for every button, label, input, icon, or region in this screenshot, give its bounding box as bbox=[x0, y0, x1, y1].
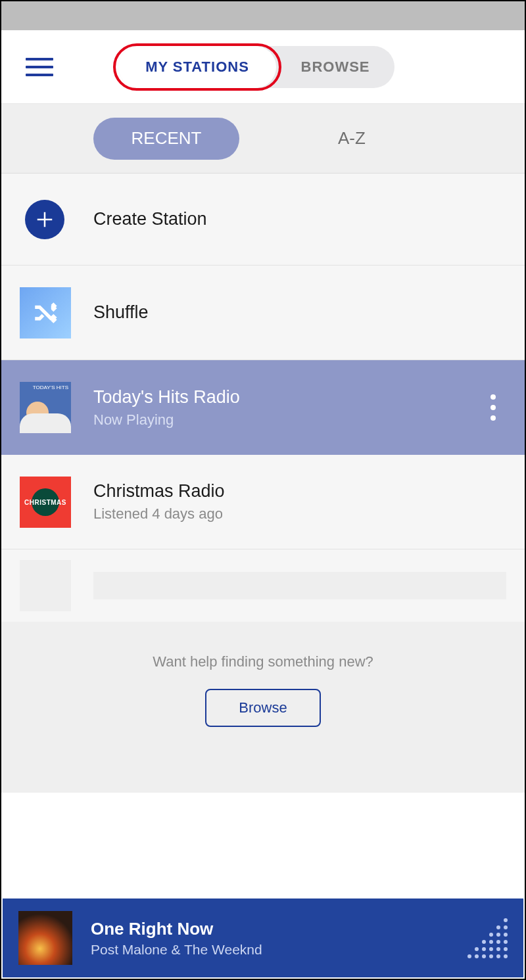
plus-icon bbox=[25, 200, 64, 239]
create-station-row[interactable]: Create Station bbox=[1, 174, 525, 266]
top-tabs: MY STATIONS BROWSE bbox=[118, 46, 394, 88]
station-row-christmas[interactable]: CHRISTMAS Christmas Radio Listened 4 day… bbox=[1, 455, 525, 549]
tab-my-stations[interactable]: MY STATIONS bbox=[118, 46, 276, 88]
loading-placeholder-row bbox=[1, 549, 525, 622]
create-station-label: Create Station bbox=[93, 209, 207, 229]
status-bar bbox=[1, 1, 525, 30]
browse-button[interactable]: Browse bbox=[205, 689, 321, 727]
help-prompt: Want help finding something new? bbox=[1, 653, 525, 670]
now-playing-title: One Right Now bbox=[91, 919, 262, 939]
more-icon[interactable] bbox=[480, 394, 506, 421]
station-subtitle: Now Playing bbox=[93, 411, 240, 429]
tab-browse[interactable]: BROWSE bbox=[276, 46, 394, 88]
station-text: Christmas Radio Listened 4 days ago bbox=[93, 481, 225, 523]
placeholder-thumb bbox=[20, 560, 71, 611]
now-playing-artwork bbox=[18, 911, 72, 965]
menu-icon[interactable] bbox=[20, 47, 59, 87]
station-text: Today's Hits Radio Now Playing bbox=[93, 387, 240, 429]
artwork-badge: CHRISTMAS bbox=[20, 499, 71, 506]
now-playing-text: One Right Now Post Malone & The Weeknd bbox=[91, 919, 262, 958]
artwork-badge: TODAY'S HITS bbox=[33, 385, 68, 390]
station-title: Christmas Radio bbox=[93, 481, 225, 502]
sort-recent[interactable]: RECENT bbox=[93, 118, 239, 160]
app-frame: MY STATIONS BROWSE RECENT A-Z Create Sta… bbox=[0, 0, 526, 980]
station-artwork: TODAY'S HITS bbox=[20, 382, 71, 433]
station-subtitle: Listened 4 days ago bbox=[93, 505, 225, 523]
header: MY STATIONS BROWSE bbox=[1, 30, 525, 104]
station-artwork: CHRISTMAS bbox=[20, 477, 71, 528]
help-section: Want help finding something new? Browse bbox=[1, 622, 525, 793]
shuffle-icon bbox=[20, 287, 71, 338]
tab-pill: MY STATIONS BROWSE bbox=[118, 46, 394, 88]
sort-az[interactable]: A-Z bbox=[338, 128, 366, 149]
placeholder-text bbox=[93, 572, 506, 599]
sort-row: RECENT A-Z bbox=[1, 104, 525, 174]
now-playing-bar[interactable]: One Right Now Post Malone & The Weeknd bbox=[3, 898, 523, 977]
station-row-todays-hits[interactable]: TODAY'S HITS Today's Hits Radio Now Play… bbox=[1, 360, 525, 455]
equalizer-icon[interactable] bbox=[467, 918, 508, 958]
shuffle-row[interactable]: Shuffle bbox=[1, 266, 525, 360]
station-title: Today's Hits Radio bbox=[93, 387, 240, 408]
shuffle-label: Shuffle bbox=[93, 302, 149, 323]
now-playing-artist: Post Malone & The Weeknd bbox=[91, 942, 262, 958]
